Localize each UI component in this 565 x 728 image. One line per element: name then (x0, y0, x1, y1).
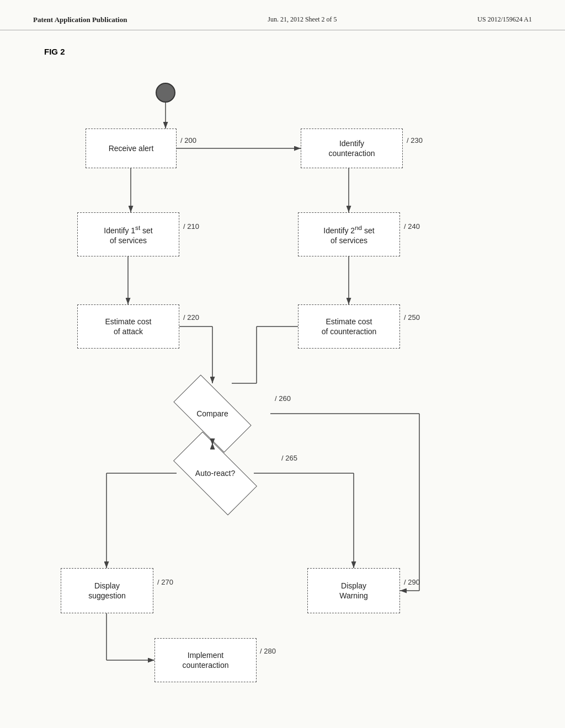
step-265-label: / 265 (281, 454, 297, 462)
step-210-label: / 210 (183, 222, 199, 231)
step-250-label: / 250 (404, 313, 420, 322)
display-suggestion-label: Displaysuggestion (88, 581, 126, 601)
page: Patent Application Publication Jun. 21, … (0, 0, 565, 728)
step-270-label: / 270 (157, 578, 173, 586)
implement-counteraction-label: Implementcounteraction (182, 650, 228, 670)
diagram-area: FIG 2 Receive alert / 200 Identifycounte… (0, 30, 565, 692)
receive-alert-box: Receive alert (86, 129, 177, 168)
patent-number-label: US 2012/159624 A1 (477, 15, 532, 24)
start-circle (156, 83, 175, 103)
identify-1st-box: Identify 1st setof services (77, 212, 179, 256)
identify-counteraction-box: Identifycounteraction (301, 129, 403, 168)
display-warning-box: DisplayWarning (307, 568, 400, 613)
estimate-counteraction-box: Estimate costof counteraction (298, 304, 400, 349)
fig-label: FIG 2 (44, 47, 65, 56)
identify-counteraction-label: Identifycounteraction (328, 138, 375, 158)
auto-react-label: Auto-react? (195, 469, 235, 478)
display-warning-label: DisplayWarning (339, 581, 368, 601)
date-sheet-label: Jun. 21, 2012 Sheet 2 of 5 (268, 15, 337, 24)
compare-label: Compare (196, 409, 228, 418)
auto-react-diamond-wrapper: Auto-react? (154, 443, 276, 504)
compare-diamond-wrapper: Compare (154, 383, 270, 444)
step-220-label: / 220 (183, 313, 199, 322)
step-230-label: / 230 (407, 136, 423, 144)
identify-1st-label: Identify 1st setof services (104, 223, 152, 245)
estimate-attack-label: Estimate costof attack (105, 317, 151, 336)
step-240-label: / 240 (404, 222, 420, 231)
identify-2nd-label: Identify 2nd setof services (323, 223, 374, 245)
publication-label: Patent Application Publication (33, 15, 127, 24)
display-suggestion-box: Displaysuggestion (61, 568, 153, 613)
step-290-label: / 290 (404, 578, 420, 586)
estimate-counteraction-label: Estimate costof counteraction (322, 317, 377, 336)
step-280-label: / 280 (260, 647, 276, 655)
implement-counteraction-box: Implementcounteraction (154, 638, 257, 682)
identify-2nd-box: Identify 2nd setof services (298, 212, 400, 256)
receive-alert-label: Receive alert (109, 143, 154, 153)
estimate-attack-box: Estimate costof attack (77, 304, 179, 349)
step-200-label: / 200 (180, 136, 196, 144)
page-header: Patent Application Publication Jun. 21, … (0, 0, 565, 30)
step-260-label: / 260 (275, 394, 291, 403)
